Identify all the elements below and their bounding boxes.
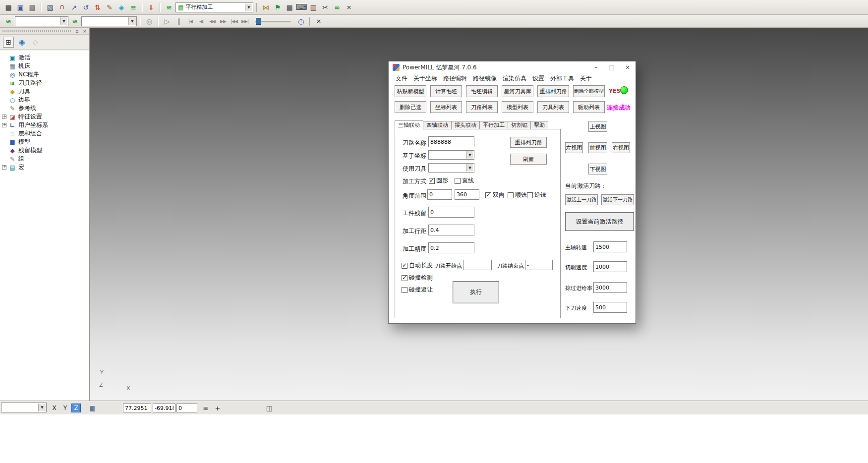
play-icon[interactable]: ▷ <box>162 16 173 27</box>
bulb-icon[interactable]: ◎ <box>144 16 155 27</box>
set-active-path-button[interactable]: 设置当前激活路径 <box>565 212 634 231</box>
statusbar-grid-icon[interactable]: ▦ <box>87 403 98 413</box>
tool-library-button[interactable]: 星河刀具库 <box>502 85 533 97</box>
tab-4axis[interactable]: 四轴联动 <box>423 121 452 129</box>
rewind-icon[interactable]: ◀◀ <box>207 16 217 27</box>
menu-path-edit[interactable]: 路径编辑 <box>443 74 467 83</box>
tool-list-button[interactable]: 刀具列表 <box>537 101 569 113</box>
toolpath-list-button[interactable]: 刀路列表 <box>466 101 498 113</box>
binoculars-icon[interactable]: ∞ <box>332 2 343 13</box>
tab-swivel-head[interactable]: 摆头联动 <box>452 121 480 129</box>
delete-all-models-button[interactable]: 删除全部模型 <box>573 85 605 97</box>
conventional-mill-checkbox[interactable]: 逆铣 <box>527 191 546 199</box>
chart-icon[interactable]: ▥ <box>308 2 319 13</box>
tree-item-stock-models[interactable]: ◆ 残留模型 <box>0 146 89 155</box>
panel-close-icon[interactable]: × <box>82 28 88 34</box>
tree-item-boundaries[interactable]: ○ 边界 <box>0 96 89 104</box>
menu-render-sim[interactable]: 渲染仿真 <box>503 74 526 83</box>
block-icon[interactable]: ▧ <box>45 2 56 13</box>
tree-item-models[interactable]: ■ 模型 <box>0 138 89 146</box>
mirror-icon[interactable]: ⇅ <box>92 2 103 13</box>
toolpath-combobox[interactable] <box>15 16 68 26</box>
pause-icon[interactable]: ∥ <box>174 16 184 27</box>
left-view-button[interactable]: 左视图 <box>565 142 583 153</box>
start-point-input[interactable] <box>463 260 492 270</box>
coord-z-input[interactable] <box>176 404 197 412</box>
top-view-button[interactable]: 上视图 <box>588 121 607 132</box>
statusbar-cursor-icon[interactable]: + <box>212 403 223 413</box>
stock-remaining-input[interactable] <box>428 207 474 218</box>
panel-grip[interactable] <box>2 30 71 32</box>
save-icon[interactable]: ▣ <box>15 2 26 13</box>
paste-new-model-button[interactable]: 粘贴新模型 <box>395 85 426 97</box>
toolbar-close-icon[interactable]: × <box>344 2 354 13</box>
compute-block-button[interactable]: 计算毛坯 <box>430 85 462 97</box>
tree-item-workplanes[interactable]: ∟ 用户坐标系 <box>0 121 89 129</box>
coord-x-input[interactable] <box>123 404 151 412</box>
ghost-icon[interactable]: ◇ <box>30 37 41 48</box>
circular-checkbox[interactable]: 圆形 <box>429 176 448 185</box>
rearrange-toolpaths-button[interactable]: 重排列刀路 <box>537 85 569 97</box>
chevron-down-icon[interactable] <box>128 17 136 25</box>
strategy-combobox[interactable]: ▦ 平行精加工 <box>175 2 253 12</box>
go-to-end-icon[interactable]: ▶▶| <box>240 16 250 27</box>
angle-from-input[interactable] <box>427 189 452 200</box>
panel-float-icon[interactable]: ▫ <box>74 28 80 34</box>
playback-close-icon[interactable]: × <box>313 16 324 27</box>
execute-button[interactable]: 执行 <box>453 281 499 303</box>
coord-list-button[interactable]: 坐标列表 <box>430 101 462 113</box>
toolpath-name-input[interactable] <box>428 136 474 147</box>
coord-y-input[interactable] <box>153 404 175 412</box>
tree-item-tools[interactable]: ◆ 刀具 <box>0 87 89 96</box>
right-view-button[interactable]: 右视图 <box>612 142 630 153</box>
collision-check-checkbox[interactable]: 碰撞检测 <box>402 274 433 282</box>
tab-parallel[interactable]: 平行加工 <box>480 121 508 129</box>
use-tool-select[interactable] <box>428 163 474 173</box>
tree-item-macros[interactable]: ▤ 宏 <box>0 163 89 172</box>
keyboard-icon[interactable]: ⌨ <box>296 2 307 13</box>
block-edit-button[interactable]: 毛坯编辑 <box>466 85 498 97</box>
statusbar-list-icon[interactable]: ≡ <box>200 403 211 413</box>
tab-cutting-saw[interactable]: 切割锯 <box>508 121 531 129</box>
pencil-icon[interactable]: ✎ <box>104 2 115 13</box>
rearrange-toolpaths-panel-button[interactable]: 重排列刀路 <box>510 137 547 148</box>
expander-icon[interactable] <box>2 115 6 119</box>
menu-path-mirror[interactable]: 路径镜像 <box>473 74 497 83</box>
tree-item-levels-sets[interactable]: ≡ 层和组合 <box>0 129 89 138</box>
grid-calc-icon[interactable]: ▦ <box>3 2 14 13</box>
globe-icon[interactable]: ◉ <box>16 37 27 48</box>
tree-item-activate[interactable]: ▣ 激活 <box>0 54 89 62</box>
activate-next-toolpath-button[interactable]: 激活下一刀路 <box>601 194 634 205</box>
chevron-down-icon[interactable] <box>466 151 473 159</box>
menu-settings[interactable]: 设置 <box>532 74 544 83</box>
tree-view-icon[interactable]: ⊞ <box>3 37 14 48</box>
cutting-feed-input[interactable] <box>593 261 627 272</box>
transform-icon[interactable]: ↗ <box>68 2 79 13</box>
refresh-button[interactable]: 刷新 <box>510 154 547 165</box>
auto-length-checkbox[interactable]: 自动长度 <box>402 261 433 270</box>
slider-handle[interactable] <box>256 18 261 25</box>
tree-item-patterns[interactable]: ✎ 参考线 <box>0 104 89 113</box>
speed-slider[interactable] <box>253 17 292 26</box>
chevron-down-icon[interactable] <box>466 164 473 172</box>
angle-to-input[interactable] <box>455 189 479 200</box>
axis-y-button[interactable]: Y <box>60 404 70 412</box>
menu-about-coords[interactable]: 关于坐标 <box>413 74 437 83</box>
tree-item-nc-programs[interactable]: ◎ NC程序 <box>0 70 89 79</box>
magnet-icon[interactable]: ∪ <box>57 2 67 13</box>
tree-item-toolpaths[interactable]: ≋ 刀具路径 <box>0 79 89 87</box>
print-icon[interactable]: ▤ <box>27 2 38 13</box>
spindle-speed-input[interactable] <box>593 241 627 252</box>
simulation-combobox[interactable] <box>81 16 137 26</box>
minimize-button[interactable]: – <box>588 61 604 73</box>
compass-icon[interactable]: ◈ <box>116 2 127 13</box>
step-forward-icon[interactable]: ◀| <box>196 16 206 27</box>
levels-icon[interactable]: ≋ <box>3 16 14 27</box>
plunge-feed-input[interactable] <box>593 302 627 313</box>
fast-forward-icon[interactable]: ▶▶ <box>218 16 228 27</box>
front-view-button[interactable]: 前视图 <box>588 142 607 153</box>
end-point-input[interactable] <box>525 260 553 270</box>
wrench-icon[interactable]: ⋈ <box>260 2 271 13</box>
flag-icon[interactable]: ⚑ <box>272 2 283 13</box>
activate-prev-toolpath-button[interactable]: 激活上一刀路 <box>565 194 598 205</box>
